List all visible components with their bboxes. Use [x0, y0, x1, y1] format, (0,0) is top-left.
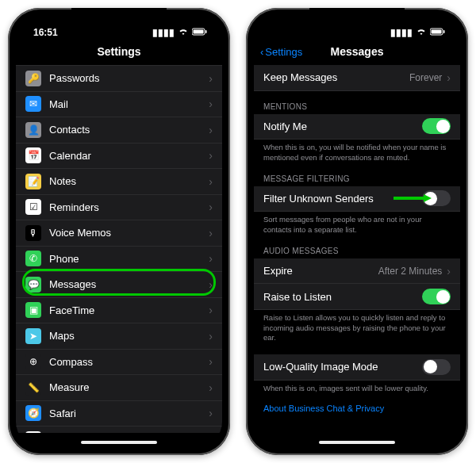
- page-title: Messages: [331, 45, 384, 58]
- settings-list[interactable]: 🔑Passwords›✉Mail›👤Contacts›📅Calendar›📝No…: [16, 65, 222, 433]
- phone-left: 16:51 ▮▮▮▮ Settings 🔑Passwords›✉Mail›👤Co…: [8, 8, 230, 455]
- svg-rect-5: [443, 30, 445, 33]
- messages-settings[interactable]: Keep Messages Forever › MENTIONS Notify …: [254, 65, 460, 433]
- settings-row-mail[interactable]: ✉Mail›: [16, 92, 222, 118]
- row-keep-messages[interactable]: Keep Messages Forever ›: [254, 65, 460, 91]
- settings-row-compass[interactable]: ⊕Compass›: [16, 350, 222, 376]
- settings-row-messages[interactable]: 💬Messages›: [16, 272, 222, 298]
- app-icon: ▣: [25, 302, 41, 318]
- chevron-right-icon: ›: [209, 72, 213, 85]
- toggle-raise-to-listen[interactable]: [422, 289, 451, 304]
- label: Calendar: [49, 150, 209, 162]
- label: Measure: [49, 381, 209, 393]
- app-icon: ☑: [25, 199, 41, 215]
- label: Phone: [49, 253, 209, 265]
- signal-icon: ▮▮▮▮: [390, 27, 413, 38]
- settings-row-contacts[interactable]: 👤Contacts›: [16, 117, 222, 143]
- label: Expire: [263, 265, 378, 277]
- label: Low-Quality Image Mode: [263, 361, 422, 373]
- screen-right: ▮▮▮▮ ‹ Settings Messages Keep Messages F…: [254, 16, 460, 447]
- wifi-icon: [416, 27, 427, 38]
- toggle-notify-me[interactable]: [422, 118, 451, 134]
- app-icon: 🔑: [25, 71, 41, 86]
- wifi-icon: [178, 27, 189, 38]
- app-icon: ✉: [25, 96, 41, 112]
- label: Keep Messages: [263, 71, 409, 83]
- section-audio: AUDIO MESSAGES: [254, 235, 460, 258]
- label: Maps: [49, 330, 209, 342]
- chevron-right-icon: ›: [447, 265, 451, 277]
- row-filter-unknown[interactable]: Filter Unknown Senders: [254, 186, 460, 212]
- app-icon: ✆: [25, 251, 41, 266]
- label: Safari: [49, 408, 209, 419]
- chevron-right-icon: ›: [209, 355, 213, 368]
- footer-filtering: Sort messages from people who are not in…: [254, 212, 460, 235]
- row-low-quality[interactable]: Low-Quality Image Mode: [254, 354, 460, 381]
- chevron-right-icon: ›: [209, 304, 213, 316]
- status-time: 16:51: [33, 27, 58, 38]
- status-icons: ▮▮▮▮: [152, 27, 208, 38]
- settings-row-measure[interactable]: 📏Measure›: [16, 375, 222, 401]
- page-title: Settings: [97, 45, 140, 58]
- app-icon: 🎙: [25, 225, 41, 241]
- svg-rect-2: [205, 30, 207, 33]
- app-icon: ⊕: [25, 354, 41, 369]
- row-raise-to-listen[interactable]: Raise to Listen: [254, 284, 460, 310]
- screen-left: 16:51 ▮▮▮▮ Settings 🔑Passwords›✉Mail›👤Co…: [16, 16, 222, 447]
- battery-icon: [430, 27, 446, 38]
- settings-row-passwords[interactable]: 🔑Passwords›: [16, 65, 222, 92]
- label: Notes: [49, 175, 209, 187]
- arrow-icon: [393, 194, 432, 202]
- link-business-chat-privacy[interactable]: About Business Chat & Privacy: [254, 394, 460, 423]
- chevron-right-icon: ›: [209, 381, 213, 394]
- chevron-right-icon: ›: [209, 227, 213, 239]
- settings-row-phone[interactable]: ✆Phone›: [16, 247, 222, 273]
- app-icon: 🧭: [25, 405, 41, 421]
- signal-icon: ▮▮▮▮: [152, 27, 175, 38]
- app-icon: 👤: [25, 122, 41, 138]
- app-icon: N: [25, 431, 41, 433]
- notch: [309, 8, 405, 27]
- settings-row-news[interactable]: NNews›: [16, 427, 222, 433]
- footer-lowq: When this is on, images sent will be low…: [254, 381, 460, 394]
- value: After 2 Minutes: [378, 266, 443, 277]
- settings-row-maps[interactable]: ➤Maps›: [16, 323, 222, 350]
- footer-mentions: When this is on, you will be notified wh…: [254, 140, 460, 163]
- phone-right: ▮▮▮▮ ‹ Settings Messages Keep Messages F…: [246, 8, 468, 455]
- label: Notify Me: [263, 121, 422, 132]
- home-indicator[interactable]: [81, 441, 157, 444]
- settings-row-notes[interactable]: 📝Notes›: [16, 169, 222, 195]
- svg-marker-7: [424, 194, 432, 202]
- section-filtering: MESSAGE FILTERING: [254, 163, 460, 186]
- app-icon: 📝: [25, 174, 41, 189]
- chevron-right-icon: ›: [209, 149, 213, 162]
- back-button[interactable]: ‹ Settings: [260, 46, 302, 58]
- label: Reminders: [49, 201, 209, 213]
- row-notify-me[interactable]: Notify Me: [254, 114, 460, 140]
- section-mentions: MENTIONS: [254, 91, 460, 114]
- app-icon: 📅: [25, 147, 41, 163]
- settings-row-safari[interactable]: 🧭Safari›: [16, 401, 222, 427]
- home-indicator[interactable]: [319, 441, 395, 444]
- chevron-right-icon: ›: [209, 98, 213, 110]
- label: Voice Memos: [49, 227, 209, 239]
- svg-rect-4: [432, 30, 442, 34]
- toggle-low-quality[interactable]: [422, 359, 451, 375]
- settings-row-voice-memos[interactable]: 🎙Voice Memos›: [16, 220, 222, 247]
- label: Messages: [49, 278, 209, 290]
- app-icon: 💬: [25, 277, 41, 293]
- settings-row-calendar[interactable]: 📅Calendar›: [16, 143, 222, 170]
- navbar-right: ‹ Settings Messages: [254, 38, 460, 65]
- value: Forever: [409, 72, 442, 83]
- row-expire[interactable]: Expire After 2 Minutes ›: [254, 258, 460, 285]
- chevron-right-icon: ›: [209, 252, 213, 265]
- label: Mail: [49, 98, 209, 110]
- settings-row-reminders[interactable]: ☑Reminders›: [16, 195, 222, 221]
- app-icon: ➤: [25, 328, 41, 344]
- settings-row-facetime[interactable]: ▣FaceTime›: [16, 298, 222, 324]
- notch: [71, 8, 167, 27]
- chevron-right-icon: ›: [209, 124, 213, 136]
- chevron-right-icon: ›: [209, 175, 213, 188]
- svg-rect-1: [194, 30, 204, 34]
- navbar-left: Settings: [16, 38, 222, 65]
